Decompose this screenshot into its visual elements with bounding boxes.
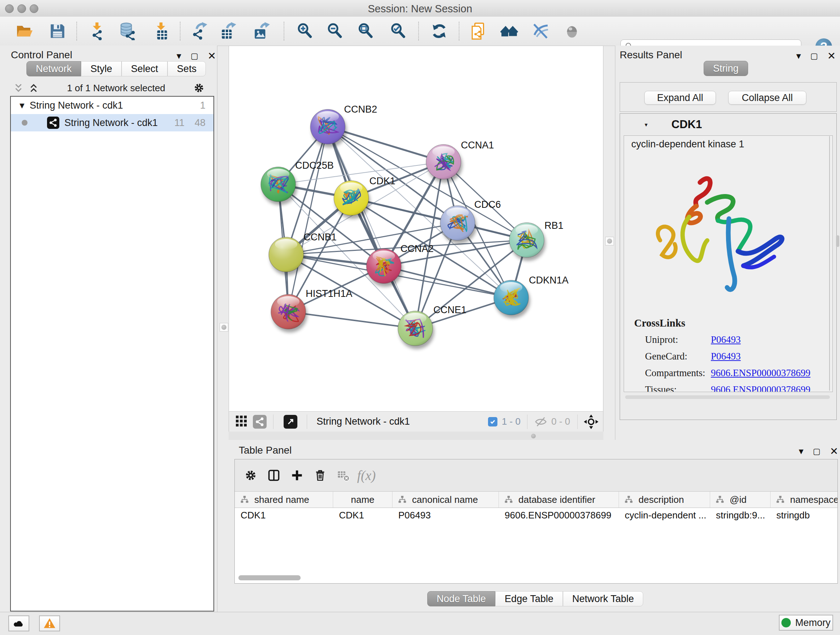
cloud-status-button[interactable]: [8, 616, 29, 631]
export-network-button[interactable]: [189, 21, 210, 41]
left-splitter-handle[interactable]: [219, 323, 228, 332]
network-node-CCNA2[interactable]: [366, 249, 401, 283]
tab-style[interactable]: Style: [81, 61, 122, 76]
delete-column-button[interactable]: [309, 464, 332, 486]
crosslink-link[interactable]: 9606.ENSP00000378699: [711, 367, 810, 379]
expand-all-chevron-icon[interactable]: [28, 82, 39, 93]
control-panel-close-button[interactable]: ✕: [208, 50, 216, 62]
network-edge[interactable]: [288, 127, 328, 312]
horizontal-splitter[interactable]: [229, 432, 603, 440]
save-session-button[interactable]: [47, 21, 68, 41]
control-panel-float-button[interactable]: ▾: [177, 50, 181, 62]
control-panel-undock-button[interactable]: ▢: [191, 51, 198, 61]
network-node-CDKN1A[interactable]: [494, 280, 529, 315]
network-collection-row[interactable]: ▾ String Network - cdk1 1: [11, 97, 213, 114]
table-hscrollbar-handle[interactable]: [238, 575, 301, 580]
horizontal-splitter-handle[interactable]: [531, 434, 536, 439]
tab-network[interactable]: Network: [27, 61, 81, 76]
table-panel-undock-button[interactable]: ▢: [813, 447, 821, 456]
export-image-button[interactable]: [252, 21, 272, 41]
string-home-button[interactable]: [499, 21, 519, 41]
open-session-button[interactable]: [14, 21, 34, 41]
crosslink-link[interactable]: P06493: [711, 334, 741, 345]
column-header-shared-name[interactable]: shared name: [235, 492, 333, 508]
import-table-button[interactable]: [151, 21, 171, 41]
table-panel-close-button[interactable]: ✕: [830, 445, 838, 457]
table-cell[interactable]: stringdb: [771, 508, 837, 523]
warning-status-button[interactable]: [39, 616, 60, 631]
import-network-database-button[interactable]: [117, 21, 137, 41]
network-canvas[interactable]: CCNB2CCNA1CDC25BCDK1CDC6RB1CCNB1CCNA2CDK…: [229, 46, 603, 411]
birdseye-toggle-button[interactable]: [235, 415, 248, 429]
detach-view-button[interactable]: [284, 415, 297, 429]
memory-button[interactable]: Memory: [779, 615, 833, 631]
zoom-selected-button[interactable]: [388, 21, 409, 41]
network-node-CDC25B[interactable]: [261, 167, 295, 202]
network-edge[interactable]: [288, 312, 415, 328]
table-settings-button[interactable]: [239, 464, 262, 486]
results-panel-float-button[interactable]: ▾: [796, 50, 801, 62]
show-results-panel-button[interactable]: [562, 21, 582, 41]
import-network-file-button[interactable]: [87, 21, 107, 41]
network-node-CDC6[interactable]: [440, 206, 475, 241]
string-protein-query-button[interactable]: [468, 21, 488, 41]
network-node-HIST1H1A[interactable]: [271, 295, 306, 329]
column-header-@id[interactable]: @id: [710, 492, 771, 508]
collapse-all-button[interactable]: Collapse All: [728, 91, 806, 105]
network-edge[interactable]: [328, 127, 444, 162]
column-header-description[interactable]: description: [619, 492, 710, 508]
table-panel-float-button[interactable]: ▾: [799, 446, 804, 457]
table-cell[interactable]: 9606.ENSP00000378699: [499, 508, 619, 523]
network-node-CCNB2[interactable]: [310, 109, 345, 144]
column-header-name[interactable]: name: [333, 492, 393, 508]
network-node-CDK1[interactable]: [334, 181, 369, 215]
results-inner-scrollbar[interactable]: [829, 136, 830, 391]
string-settings-button[interactable]: [531, 21, 551, 41]
network-options-gear-icon[interactable]: [193, 82, 205, 94]
results-panel-close-button[interactable]: ✕: [827, 50, 836, 62]
column-header-namespace[interactable]: namespace: [771, 492, 837, 508]
crosslink-link[interactable]: P06493: [711, 351, 741, 362]
zoom-in-button[interactable]: [295, 21, 315, 41]
network-overview-button[interactable]: [253, 415, 267, 429]
tab-sets[interactable]: Sets: [167, 61, 206, 76]
selected-checkbox-icon[interactable]: [488, 417, 497, 426]
expand-all-button[interactable]: Expand All: [644, 91, 716, 105]
delete-table-button[interactable]: [332, 464, 355, 486]
create-column-button[interactable]: [286, 464, 309, 486]
table-cell[interactable]: stringdb:9...: [710, 508, 771, 523]
network-node-CCNE1[interactable]: [398, 311, 433, 346]
table-cell[interactable]: P06493: [393, 508, 499, 523]
zoom-fit-button[interactable]: [355, 21, 376, 41]
results-panel-undock-button[interactable]: ▢: [810, 51, 818, 61]
zoom-out-button[interactable]: [325, 21, 345, 41]
fit-selected-crosshair-icon[interactable]: [584, 414, 599, 429]
show-columns-button[interactable]: [262, 464, 286, 486]
table-row[interactable]: CDK1CDK1P064939606.ENSP00000378699cyclin…: [235, 508, 837, 523]
function-builder-button[interactable]: f(x): [355, 464, 378, 486]
results-edge-scroll-handle[interactable]: [836, 235, 839, 247]
crosslink-link[interactable]: 9606.ENSP00000378699: [711, 384, 810, 393]
update-network-button[interactable]: [429, 21, 449, 41]
table-cell[interactable]: CDK1: [235, 508, 333, 523]
table-cell[interactable]: cyclin-dependent ...: [619, 508, 710, 523]
collection-expander-icon[interactable]: ▾: [19, 100, 30, 111]
tab-node-table[interactable]: Node Table: [427, 591, 495, 606]
export-table-button[interactable]: [218, 21, 239, 41]
column-header-canonical-name[interactable]: canonical name: [393, 492, 499, 508]
tab-network-table[interactable]: Network Table: [563, 591, 644, 606]
gene-expander-icon[interactable]: ▾: [645, 121, 647, 128]
table-cell[interactable]: CDK1: [333, 508, 393, 523]
hidden-eye-slash-icon[interactable]: [534, 415, 548, 429]
column-header-database-identifier[interactable]: database identifier: [499, 492, 619, 508]
network-node-RB1[interactable]: [509, 223, 544, 257]
gene-section-header[interactable]: ▾ CDK1: [620, 114, 836, 135]
tab-edge-table[interactable]: Edge Table: [495, 591, 563, 606]
right-splitter-handle[interactable]: [605, 237, 614, 245]
tab-select[interactable]: Select: [122, 61, 167, 76]
tab-string[interactable]: String: [704, 61, 748, 76]
network-node-CCNB1[interactable]: [269, 237, 303, 272]
network-node-CCNA1[interactable]: [426, 144, 461, 179]
collapse-all-chevron-icon[interactable]: [13, 82, 24, 93]
results-hscrollbar[interactable]: [625, 395, 830, 399]
